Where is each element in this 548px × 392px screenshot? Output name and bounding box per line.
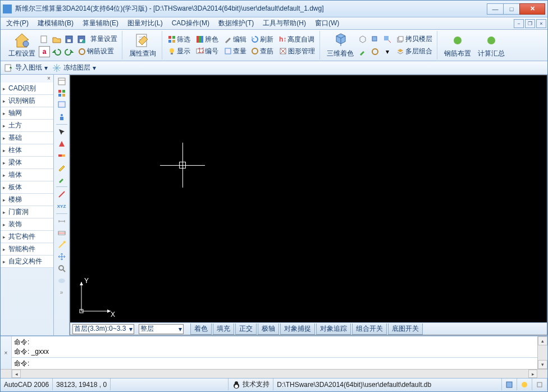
tree-item[interactable]: ▸柱体 [1, 144, 53, 157]
canvas-tab[interactable]: 填充 [213, 323, 234, 335]
tool-figure-icon[interactable] [56, 111, 68, 122]
undo-icon[interactable] [51, 46, 62, 57]
drawing-canvas[interactable]: Y X [70, 75, 547, 322]
command-vscroll[interactable]: ▴ ▾ [537, 336, 547, 369]
panel-close-icon[interactable]: × [45, 75, 52, 82]
menu-data[interactable]: 数据维护(T) [214, 17, 258, 29]
graph-mgmt-button[interactable]: 图形管理 [277, 46, 317, 57]
tree-item[interactable]: ▸基础 [1, 132, 53, 144]
tree-item[interactable]: ▸土方 [1, 120, 53, 132]
cube-outline-icon[interactable] [357, 34, 368, 45]
canvas-tab[interactable]: 极轴 [258, 323, 279, 335]
tree-item[interactable]: ▸装饰 [1, 218, 53, 231]
rebar-settings-button[interactable]: 钢筋设置 [76, 46, 116, 57]
tree-item[interactable]: ▸其它构件 [1, 231, 53, 243]
import-drawing-button[interactable]: 导入图纸▾ [4, 63, 48, 72]
tree-item[interactable]: ▸梁体 [1, 157, 53, 169]
scroll-right-icon[interactable]: ▸ [528, 370, 537, 378]
status-tech-support[interactable]: 技术支持 [229, 379, 273, 390]
freeze-layer-button[interactable]: 冻结图层▾ [52, 63, 96, 72]
tree-item[interactable]: ▸墙体 [1, 169, 53, 181]
link-icon[interactable]: ▾ [382, 46, 393, 57]
tree-item[interactable]: ▸自定义构件 [1, 256, 53, 268]
status-icon-1[interactable] [502, 379, 517, 390]
scroll-down-icon[interactable]: ▾ [538, 360, 547, 369]
canvas-tab[interactable]: 对象追踪 [316, 323, 351, 335]
tool-pencil-icon[interactable] [56, 162, 68, 173]
tool-wand-icon[interactable] [56, 239, 68, 250]
menu-window[interactable]: 窗口(W) [310, 17, 344, 29]
cube-arrow-icon[interactable] [382, 34, 393, 45]
canvas-tab[interactable]: 组合开关 [352, 323, 387, 335]
identify-button[interactable]: 辨色 [194, 34, 221, 45]
redo-icon[interactable] [63, 46, 75, 57]
attr-query-button[interactable]: 属性查询 [126, 31, 159, 60]
maximize-button[interactable]: □ [503, 3, 520, 15]
close-button[interactable]: ✕ [519, 3, 545, 15]
tool-dimension-icon[interactable] [56, 216, 68, 227]
shade3d-button[interactable]: 三维着色 [323, 31, 357, 60]
check-rebar-button[interactable]: 查筋 [249, 46, 276, 57]
tree-item[interactable]: ▸门窗洞 [1, 206, 53, 218]
minimize-button[interactable]: — [487, 3, 504, 15]
edit-button[interactable]: 编辑 [222, 34, 249, 45]
copy-floor-button[interactable]: 拷贝楼层 [394, 34, 435, 44]
tool-cloud-icon[interactable] [56, 275, 68, 286]
open-icon[interactable] [51, 34, 62, 45]
tool-expand-icon[interactable]: » [56, 286, 68, 298]
height-auto-button[interactable]: h↕高度自调 [277, 34, 317, 45]
tool-line-icon[interactable] [56, 189, 68, 200]
new-icon[interactable] [39, 34, 50, 45]
tool-grid-icon[interactable] [56, 88, 68, 99]
menu-file[interactable]: 文件(P) [2, 17, 33, 29]
rebar-layout-button[interactable]: 钢筋布置 [441, 31, 474, 60]
scroll-left-icon[interactable]: ◂ [12, 370, 21, 378]
save-icon[interactable] [63, 34, 75, 45]
save-as-icon[interactable] [76, 34, 87, 45]
project-settings-button[interactable]: 工程设置 [5, 31, 39, 60]
tree-item[interactable]: ▸CAD识别 [1, 83, 53, 95]
menu-compare[interactable]: 图量对比(L) [123, 17, 167, 29]
menu-calc[interactable]: 算量辅助(E) [78, 17, 123, 29]
tree-item[interactable]: ▸智能构件 [1, 243, 53, 256]
tool-align-icon[interactable] [56, 227, 68, 239]
tool-xyz-icon[interactable]: XYZ [56, 200, 68, 212]
calc-settings-button[interactable]: 算量设置 [88, 34, 120, 44]
tree-item[interactable]: ▸识别钢筋 [1, 95, 53, 107]
number-button[interactable]: 12编号 [194, 46, 221, 57]
status-icon-3[interactable] [532, 379, 547, 390]
canvas-tab[interactable]: 正交 [235, 323, 257, 335]
tool-gradient-icon[interactable] [56, 150, 68, 161]
filter-button[interactable]: 筛选 [166, 34, 193, 45]
tool-select-icon[interactable] [56, 126, 68, 138]
canvas-tab[interactable]: 对象捕捉 [280, 323, 315, 335]
rotate-icon[interactable] [369, 46, 381, 57]
mdi-restore-button[interactable]: ❐ [525, 19, 535, 28]
tool-move-icon[interactable] [56, 251, 68, 262]
status-icon-2[interactable] [517, 379, 532, 390]
tool-brush-icon[interactable] [56, 174, 68, 185]
brush-icon[interactable] [357, 46, 368, 57]
mdi-close-button[interactable]: × [536, 19, 546, 28]
scroll-up-icon[interactable]: ▴ [538, 336, 547, 345]
tree-item[interactable]: ▸楼梯 [1, 194, 53, 206]
menu-tools[interactable]: 工具与帮助(H) [258, 17, 310, 29]
show-button[interactable]: 显示 [166, 46, 193, 57]
check-qty-button[interactable]: 查量 [222, 46, 249, 57]
canvas-tab[interactable]: 底图开关 [388, 323, 423, 335]
multi-combine-button[interactable]: 多层组合 [394, 46, 435, 57]
calc-summary-button[interactable]: 计算汇总 [474, 31, 508, 60]
tool-window-icon[interactable] [56, 99, 68, 111]
cmd-close-icon[interactable]: × [4, 350, 8, 356]
mdi-minimize-button[interactable]: − [514, 19, 524, 28]
tool-triangle-icon[interactable] [56, 138, 68, 149]
menu-cad[interactable]: CAD操作(M) [167, 17, 214, 29]
menu-model[interactable]: 建模辅助(B) [33, 17, 78, 29]
tool-magnify-icon[interactable] [56, 263, 68, 274]
tree-item[interactable]: ▸轴网 [1, 107, 53, 120]
tree-item[interactable]: ▸板体 [1, 181, 53, 194]
command-input[interactable]: 命令: [12, 358, 537, 369]
layer-select[interactable]: 首层(3.3m):0~3.3▾ [72, 324, 134, 334]
cube-small-icon[interactable] [369, 34, 381, 45]
letter-a-icon[interactable]: a [39, 46, 50, 57]
